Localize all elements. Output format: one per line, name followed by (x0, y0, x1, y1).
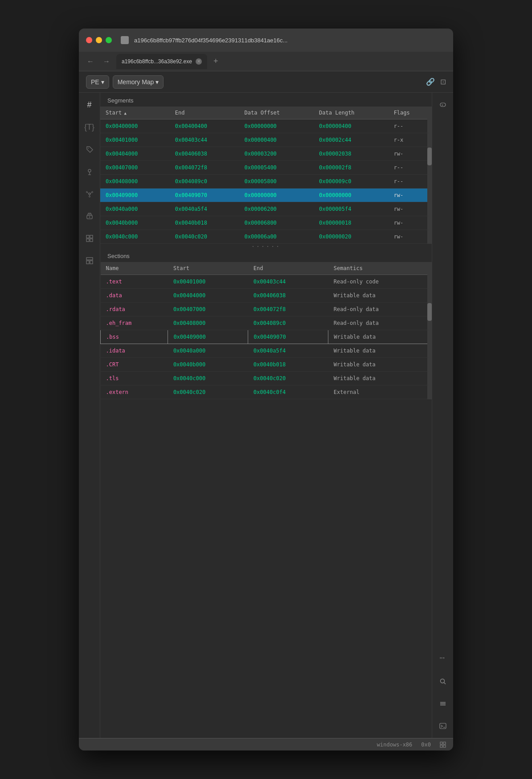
section-end: 0x0040a5f4 (248, 344, 328, 358)
section-name: .tls (101, 372, 168, 385)
list-item[interactable]: .data 0x00404000 0x00406038 Writable dat… (101, 289, 432, 303)
forward-button[interactable]: → (100, 56, 113, 67)
section-semantics: External (328, 385, 432, 399)
list-item[interactable]: .text 0x00401000 0x00403c44 Read-only co… (101, 275, 432, 289)
list-item[interactable]: .eh_fram 0x00408000 0x004089c0 Read-only… (101, 316, 432, 330)
section-end: 0x0040c0f4 (248, 385, 328, 399)
col-end[interactable]: End (248, 262, 328, 275)
resize-divider[interactable]: • • • • • • (100, 244, 432, 248)
col-start[interactable]: Start (100, 107, 170, 119)
menu-icon[interactable] (436, 697, 450, 710)
sidebar-item-graph[interactable] (83, 187, 96, 201)
sidebar-item-grid2[interactable] (83, 254, 96, 267)
window-title: a196c6b8ffcb97ffb276d04f354696e2391311db… (134, 37, 446, 44)
maximize-button[interactable] (106, 37, 112, 43)
svg-text:": " (442, 656, 445, 663)
segment-start: 0x0040a000 (100, 202, 170, 216)
list-item[interactable]: .CRT 0x0040b000 0x0040b018 Writable data (101, 358, 432, 372)
new-tab-button[interactable]: + (211, 56, 221, 67)
sidebar-item-hash[interactable]: # (83, 98, 96, 111)
table-row[interactable]: 0x00408000 0x004089c0 0x00005800 0x00000… (100, 175, 432, 189)
active-tab[interactable]: a196c6b8ffcb...36a38e92.exe ✕ (116, 54, 207, 69)
svg-rect-15 (90, 239, 93, 242)
sidebar-item-tags[interactable] (83, 143, 96, 156)
col-start[interactable]: Start (168, 262, 248, 275)
sections-scrollbar-thumb[interactable] (427, 303, 432, 321)
offset-status: 0x0 (421, 742, 431, 748)
svg-rect-18 (90, 261, 93, 264)
table-row[interactable]: 0x00407000 0x004072f8 0x00005400 0x00000… (100, 161, 432, 175)
tab-label: a196c6b8ffcb...36a38e92.exe (122, 58, 192, 65)
segments-table: Start End Data Offset Data Length Flags … (100, 107, 432, 244)
svg-rect-13 (90, 235, 93, 238)
segment-start: 0x00404000 (100, 147, 170, 161)
minimize-button[interactable] (96, 37, 102, 43)
segment-end: 0x0040a5f4 (170, 202, 239, 216)
close-button[interactable] (86, 37, 92, 43)
section-end: 0x0040b018 (248, 358, 328, 372)
sections-scrollbar[interactable] (427, 262, 432, 399)
terminal-icon[interactable] (436, 719, 450, 733)
table-row[interactable]: 0x0040a000 0x0040a5f4 0x00006200 0x00000… (100, 202, 432, 216)
col-end[interactable]: End (170, 107, 239, 119)
col-name[interactable]: Name (101, 262, 168, 275)
list-item[interactable]: .tls 0x0040c000 0x0040c020 Writable data (101, 372, 432, 385)
back-button[interactable]: ← (84, 56, 97, 67)
segment-start: 0x00401000 (100, 133, 170, 147)
quote-icon[interactable]: " " (436, 652, 450, 666)
search-icon[interactable] (436, 675, 450, 688)
segment-start: 0x00409000 (100, 189, 170, 202)
pe-label: PE (91, 78, 99, 86)
sidebar-item-types[interactable]: {T} (83, 120, 96, 134)
segment-end: 0x0040b018 (170, 216, 239, 230)
sidebar-item-debug[interactable] (83, 209, 96, 223)
col-data-offset[interactable]: Data Offset (239, 107, 314, 119)
sections-header: Sections (100, 248, 432, 262)
section-semantics: Writable data (328, 358, 432, 372)
tab-close-button[interactable]: ✕ (196, 58, 202, 65)
variables-icon[interactable]: x (436, 98, 450, 111)
svg-rect-16 (86, 258, 93, 260)
segment-flags: r-- (389, 119, 432, 133)
list-item[interactable]: .extern 0x0040c020 0x0040c0f4 External (101, 385, 432, 399)
table-row[interactable]: 0x0040b000 0x0040b018 0x00006800 0x00000… (100, 216, 432, 230)
segments-scrollbar[interactable] (427, 107, 432, 244)
table-row[interactable]: 0x00404000 0x00406038 0x00003200 0x00002… (100, 147, 432, 161)
section-start: 0x00409000 (168, 330, 248, 344)
section-name: .CRT (101, 358, 168, 372)
svg-rect-12 (86, 235, 89, 238)
list-item[interactable]: .bss 0x00409000 0x00409070 Writable data (101, 330, 432, 344)
col-flags[interactable]: Flags (389, 107, 432, 119)
section-name: .eh_fram (101, 316, 168, 330)
table-row[interactable]: 0x00400000 0x00400400 0x00000000 0x00000… (100, 119, 432, 133)
col-data-length[interactable]: Data Length (314, 107, 389, 119)
segment-data-length: 0x00000018 (314, 216, 389, 230)
svg-rect-17 (86, 261, 89, 264)
sidebar-item-pin[interactable] (83, 165, 96, 178)
content-area: Segments Start End Data Offset Data Leng… (100, 93, 432, 738)
col-semantics[interactable]: Semantics (328, 262, 432, 275)
table-row[interactable]: 0x0040c000 0x0040c020 0x00006a00 0x00000… (100, 230, 432, 244)
sections-table-container: Name Start End Semantics .text 0x0040100… (100, 262, 432, 399)
table-row[interactable]: 0x00401000 0x00403c44 0x00000400 0x00002… (100, 133, 432, 147)
sidebar-item-grid1[interactable] (83, 232, 96, 245)
link-icon[interactable]: 🔗 (426, 78, 435, 86)
segments-scrollbar-thumb[interactable] (427, 148, 432, 165)
section-end: 0x004089c0 (248, 316, 328, 330)
sections-table: Name Start End Semantics .text 0x0040100… (100, 262, 432, 399)
segment-flags: rw- (389, 230, 432, 244)
list-item[interactable]: .rdata 0x00407000 0x004072f8 Read-only d… (101, 303, 432, 316)
table-row[interactable]: 0x00409000 0x00409070 0x00000000 0x00000… (100, 189, 432, 202)
list-item[interactable]: .idata 0x0040a000 0x0040a5f4 Writable da… (101, 344, 432, 358)
section-end: 0x00409070 (248, 330, 328, 344)
section-semantics: Writable data (328, 372, 432, 385)
segment-data-offset: 0x00005400 (239, 161, 314, 175)
section-start: 0x0040a000 (168, 344, 248, 358)
pe-menu-button[interactable]: PE ▾ (86, 75, 109, 89)
segment-data-length: 0x00000020 (314, 230, 389, 244)
segment-end: 0x004089c0 (170, 175, 239, 189)
segment-data-length: 0x000009c0 (314, 175, 389, 189)
memory-map-menu-button[interactable]: Memory Map ▾ (113, 75, 164, 89)
svg-rect-31 (440, 745, 442, 747)
split-view-icon[interactable]: ⊡ (440, 78, 446, 86)
